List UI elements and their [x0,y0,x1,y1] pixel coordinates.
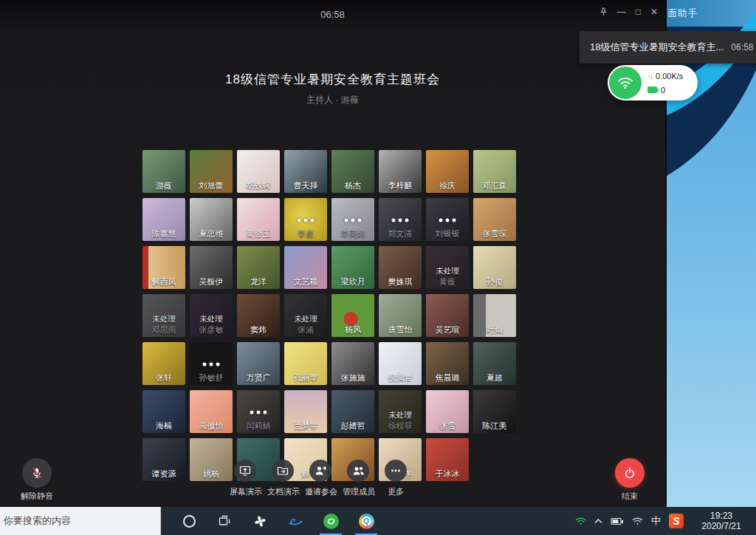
tray-chevron-up-icon[interactable] [594,519,602,524]
action-invite[interactable]: 邀请参会 [305,460,336,497]
participant-tile[interactable]: 吴馥伊 [190,246,233,289]
participant-tile[interactable]: 谭资源 [142,438,185,481]
participant-tile[interactable]: 文艺颖 [284,246,327,289]
participant-name: 谭资源 [142,468,185,480]
participant-name: 张彦敏 [190,324,233,335]
participant-tile[interactable]: 张雪琛 [473,198,516,241]
qq-messenger-icon[interactable]: Q [348,507,384,535]
net-speed-value: 0.00K/s [656,72,683,81]
tray-battery-icon[interactable] [611,517,624,525]
participant-tile[interactable]: 曹天择 [284,150,327,193]
ime-indicator[interactable]: 中 [651,514,661,528]
participant-tile[interactable]: 于冰冰 [426,438,469,481]
participant-tile[interactable]: 解西凤 [142,246,185,289]
participant-tile[interactable]: 未处理张涵 [284,294,327,337]
participant-tile[interactable]: 李梓麒 [379,150,422,193]
participant-tile[interactable]: 闫莉娟 [237,390,280,433]
participant-tile[interactable]: 郑文清 [379,198,422,241]
tray-green-wifi-icon[interactable] [575,517,586,525]
participant-tile[interactable]: 高傲怡 [190,390,233,433]
participant-tile[interactable]: 未处理徐程菲 [379,390,422,433]
action-members[interactable]: 管理成员 [343,460,374,497]
tray-wifi-icon[interactable] [632,517,643,525]
participant-tile[interactable]: 未处理邓思雨 [142,294,185,337]
participant-name: 高傲怡 [190,420,233,432]
participant-tile[interactable]: 万贤广 [237,342,280,385]
participant-tile[interactable]: 李俊 [284,198,327,241]
participant-tile[interactable]: 徐庆 [426,150,469,193]
participant-tile[interactable]: 刘银银 [426,198,469,241]
power-icon[interactable] [615,458,645,488]
participant-tile[interactable]: 焦晨璐 [426,342,469,385]
screen-share-icon [234,460,256,482]
participant-tile[interactable]: 胡铁轲 [237,150,280,193]
participant-tile[interactable]: 陈嘉慧 [142,198,185,241]
participant-tile[interactable]: 姚杨 [190,438,233,481]
minimize-icon[interactable]: — [617,7,626,17]
participant-tile[interactable]: 杨杰 [331,150,374,193]
participant-tile[interactable]: 唐雪怡 [379,294,422,337]
taskbar-clock[interactable]: 19:23 2020/7/21 [690,511,753,531]
participant-tile[interactable]: 未处理黄薇 [426,246,469,289]
meeting-window: 06:58 — □ ✕ 18级信管专业暑期安全教育主题班会 主持人 · 游薇 游… [0,0,667,507]
participant-tile[interactable]: 夏超 [473,342,516,385]
participant-name: 万贤广 [237,372,280,384]
participant-grid: 游薇刘旭蕾胡铁轲曹天择杨杰李梓麒徐庆邓汇森陈嘉慧夏忠维黄金玉李俊李美娟郑文清刘银… [142,150,516,481]
internet-explorer-icon[interactable]: e [278,507,313,535]
battery-icon [647,86,657,93]
pending-label: 未处理 [426,266,469,276]
action-screen-share[interactable]: 屏幕演示 [230,460,261,497]
participant-tile[interactable]: 孔丽苹 [284,342,327,385]
participant-tile[interactable]: 黄金玉 [237,198,280,241]
action-doc-share[interactable]: 文档演示 [267,460,298,497]
participant-tile[interactable]: 李美娟 [331,198,374,241]
participant-tile[interactable]: 孙俊 [473,246,516,289]
participant-name: 窦炜 [237,324,280,335]
close-icon[interactable]: ✕ [650,7,658,17]
participant-tile[interactable]: 梁欣月 [331,246,374,289]
participant-name: 焦晨璐 [426,372,469,384]
unmute-control[interactable]: 解除静音 [13,458,61,502]
maximize-icon[interactable]: □ [636,7,641,17]
task-view-icon[interactable] [207,507,242,535]
participant-name: 黄金玉 [237,228,280,239]
cortana-icon[interactable] [171,507,207,535]
participant-name: 张雪 [426,420,469,432]
network-speed-widget[interactable]: ↑↓ 0.00K/s 0 [608,65,698,100]
participant-tile[interactable]: 海楠 [142,390,185,433]
action-more[interactable]: 更多 [380,460,411,497]
participant-tile[interactable]: 陈江美 [473,390,516,433]
action-label: 文档演示 [267,486,298,497]
participant-tile[interactable]: 未处理张彦敏 [190,294,233,337]
meeting-notification[interactable]: 18级信管专业暑期安全教育主... 06:58 [580,31,756,64]
participant-tile[interactable]: 游薇 [142,150,185,193]
participant-tile[interactable]: 兰梦常 [284,390,327,433]
participant-tile[interactable]: 倪润青 [379,342,422,385]
participant-tile[interactable]: 龙洋 [237,246,280,289]
participant-tile[interactable]: 窦炜 [237,294,280,337]
participant-name: 陈江美 [473,420,516,432]
pin-icon[interactable] [599,7,608,16]
participant-name: 彭婧哲 [331,420,374,432]
participant-tile[interactable]: 张轩 [142,342,185,385]
green-browser-icon[interactable] [313,507,348,535]
taskbar-search-box[interactable]: 你要搜索的内容 [0,507,161,535]
muted-mic-icon[interactable] [22,458,52,488]
participant-tile[interactable]: 孙敏舒 [190,342,233,385]
participant-tile[interactable]: 邓汇森 [473,150,516,193]
participant-tile[interactable]: 彭婧哲 [331,390,374,433]
end-meeting-control[interactable]: 结束 [611,458,648,502]
participant-tile[interactable]: 夏忠维 [190,198,233,241]
sogou-input-icon[interactable]: S [669,514,684,528]
participant-name: 徐庆 [426,180,469,191]
participant-tile[interactable]: 杨风 [331,294,374,337]
participant-tile[interactable]: 张施施 [331,342,374,385]
participant-tile[interactable]: 吴艺瑄 [426,294,469,337]
participant-tile[interactable]: 叶灿 [473,294,516,337]
participant-tile[interactable]: 樊姝琪 [379,246,422,289]
participant-tile[interactable]: 张雪 [426,390,469,433]
pinwheel-app-icon[interactable] [242,507,278,535]
participant-name: 张雪琛 [473,228,516,239]
participant-name: 闫莉娟 [237,420,280,432]
participant-tile[interactable]: 刘旭蕾 [190,150,233,193]
